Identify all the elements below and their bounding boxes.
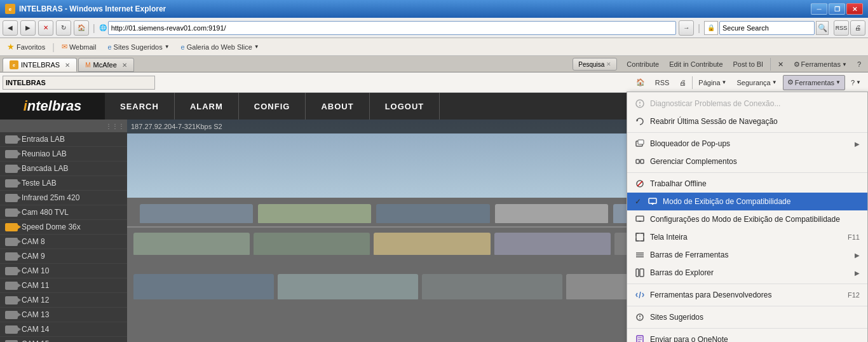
devtools-shortcut: F12 <box>848 291 860 299</box>
menu-suggested-label: Sites Sugeridos <box>650 313 703 322</box>
help-button[interactable]: ? <box>853 57 865 72</box>
search-submit-button[interactable]: → <box>679 20 694 36</box>
svg-rect-5 <box>638 140 644 144</box>
tab-mcafee-icon: M <box>85 62 90 69</box>
nav-about[interactable]: ABOUT <box>306 93 369 120</box>
menu-reabrir[interactable]: Reabrir Última Sessão de Navegação <box>627 113 867 130</box>
sites-sugeridos-button[interactable]: e Sites Sugeridos ▼ <box>103 40 173 54</box>
webmail-button[interactable]: ✉ Webmail <box>57 40 101 54</box>
sites-icon: e <box>107 43 111 51</box>
contribute-button[interactable]: Contribute <box>622 57 663 72</box>
seguranca-button[interactable]: Segurança ▼ <box>733 75 782 90</box>
favorites-star-icon: ★ <box>7 42 15 51</box>
restore-button[interactable]: ❐ <box>829 3 845 15</box>
nav-config[interactable]: CONFIG <box>239 93 306 120</box>
menu-fullscreen-label: Tela Inteira <box>650 233 688 242</box>
cam-item-cam10[interactable]: CAM 10 <box>0 264 127 278</box>
cam-item-infrared[interactable]: Infrared 25m 420 <box>0 191 127 205</box>
sites-arrow-icon: ▼ <box>165 44 170 50</box>
gallery-button[interactable]: e Galeria do Web Slice ▼ <box>177 40 264 54</box>
svg-point-2 <box>639 105 641 106</box>
sep-1 <box>627 132 867 133</box>
menu-compat-settings[interactable]: Configurações do Modo de Exibição de Com… <box>627 210 867 228</box>
cam-item-entrada[interactable]: Entrada LAB <box>0 132 127 147</box>
tab-pesquisa-close[interactable]: ✕ <box>606 61 611 67</box>
cam-item-speeddome[interactable]: Speed Dome 36x <box>0 220 127 235</box>
ferramentas-dropdown: Diagnosticar Problemas de Conexão... Rea… <box>627 92 868 342</box>
menu-fullscreen[interactable]: Tela Inteira F11 <box>627 228 867 246</box>
cam-icon-speeddome <box>5 223 18 231</box>
cam-item-cam14[interactable]: CAM 14 <box>0 322 127 337</box>
separator-1: | <box>93 23 95 33</box>
menu-popup[interactable]: Bloqueador de Pop-ups ▶ <box>627 135 867 153</box>
print-button[interactable]: 🖨 <box>850 20 865 36</box>
cam-item-cam9[interactable]: CAM 9 <box>0 249 127 264</box>
car-9 <box>374 233 490 255</box>
cam-label-cam8: CAM 8 <box>22 237 45 246</box>
tab-intelbras-close[interactable]: ✕ <box>65 62 70 69</box>
close-button[interactable]: ✕ <box>846 3 863 15</box>
menu-onenote-label: Enviar para o OneNote <box>650 335 728 342</box>
pagina-label: Página <box>698 79 720 86</box>
edit-contribute-button[interactable]: Edit in Contribute <box>665 57 727 72</box>
cam-item-bancada[interactable]: Bancada LAB <box>0 161 127 176</box>
rss-nav-button[interactable]: RSS <box>651 75 674 90</box>
tools-icon: ⚙ <box>794 60 800 69</box>
menu-gerenciar[interactable]: Gerenciar Complementos <box>627 153 867 170</box>
seguranca-arrow: ▼ <box>772 79 777 85</box>
cam-label-cam14: CAM 14 <box>22 325 49 334</box>
rss-button[interactable]: RSS <box>834 20 849 36</box>
cam-item-cam15[interactable]: CAM 15 <box>0 337 127 342</box>
minimize-button[interactable]: ─ <box>811 3 827 15</box>
popup-icon <box>635 139 645 149</box>
print-nav-button[interactable]: 🖨 <box>675 75 691 90</box>
cam-item-480tvl[interactable]: Cam 480 TVL <box>0 205 127 220</box>
help-nav-button[interactable]: ? ▼ <box>846 75 865 90</box>
forward-button[interactable]: ▶ <box>20 20 36 36</box>
favorites-button[interactable]: ★ Favoritos <box>3 40 50 54</box>
tab-mcafee[interactable]: M McAfee ✕ <box>78 58 134 72</box>
tab-intelbras-icon: e <box>10 60 18 69</box>
refresh-button[interactable]: ↻ <box>56 20 71 36</box>
tab-intelbras[interactable]: e INTELBRAS ✕ <box>3 58 77 72</box>
cam-item-cam8[interactable]: CAM 8 <box>0 235 127 249</box>
tools-button[interactable]: ⚙ Ferramentas ▼ <box>789 57 851 72</box>
nav-search[interactable]: SEARCH <box>105 93 175 120</box>
cam-item-cam11[interactable]: CAM 11 <box>0 278 127 293</box>
back-button[interactable]: ◀ <box>3 20 18 36</box>
tab-pesquisa[interactable]: Pesquisa ✕ <box>573 58 617 71</box>
cam-icon-reuniao <box>5 150 18 158</box>
menu-compat[interactable]: ✓ Modo de Exibição de Compatibilidade <box>627 193 867 210</box>
cam-item-teste[interactable]: Teste LAB <box>0 176 127 191</box>
ferramentas-nav-button[interactable]: ⚙ Ferramentas ▼ <box>783 75 845 90</box>
address-icon: 🌐 <box>99 24 107 31</box>
cam-item-reuniao[interactable]: Reuniao LAB <box>0 147 127 161</box>
search-go-button[interactable]: 🔍 <box>816 21 829 35</box>
menu-offline[interactable]: Trabalhar Offline <box>627 175 867 193</box>
cam-icon-bancada <box>5 165 18 173</box>
menu-toolbars[interactable]: Barras de Ferramentas ▶ <box>627 246 867 264</box>
window-title: INTELBRAS - Windows Internet Explorer <box>19 4 166 13</box>
menu-onenote[interactable]: Enviar para o OneNote <box>627 331 867 342</box>
menu-popup-label: Bloqueador de Pop-ups <box>650 139 730 148</box>
tab-mcafee-close[interactable]: ✕ <box>122 62 127 69</box>
fullscreen-shortcut: F11 <box>848 233 860 241</box>
cam-item-cam13[interactable]: CAM 13 <box>0 308 127 322</box>
home-button[interactable]: 🏠 <box>74 20 89 36</box>
pagina-button[interactable]: Página ▼ <box>694 75 731 90</box>
nav-logout[interactable]: LOGOUT <box>370 93 440 120</box>
post-to-blog-button[interactable]: Post to Bl <box>729 57 768 72</box>
menu-devtools[interactable]: Ferramentas para Desenvolvedores F12 <box>627 286 867 304</box>
window-controls: ─ ❐ ✕ <box>811 3 863 15</box>
menu-suggested[interactable]: Sites Sugeridos <box>627 308 867 326</box>
stop-button[interactable]: ✕ <box>38 20 53 36</box>
newtab-button[interactable]: ✕ <box>773 57 788 72</box>
cam-item-cam12[interactable]: CAM 12 <box>0 293 127 308</box>
nav-alarm[interactable]: ALARM <box>175 93 239 120</box>
car-4 <box>495 204 608 223</box>
menu-explorerbar[interactable]: Barras do Explorer ▶ <box>627 264 867 282</box>
page-title-input[interactable] <box>3 76 155 90</box>
home-nav-button[interactable]: 🏠 <box>632 75 649 90</box>
address-input[interactable] <box>108 21 677 35</box>
secure-search-input[interactable] <box>719 21 815 35</box>
